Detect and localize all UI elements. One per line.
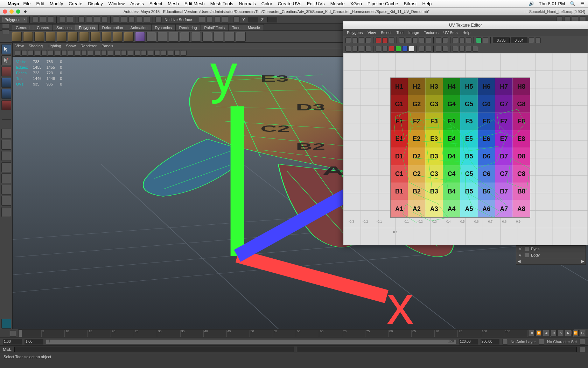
panel-menu-panels[interactable]: Panels [102,44,113,48]
poly-plane-icon[interactable] [57,32,66,42]
undo-icon[interactable] [59,16,65,23]
snap-plane-icon[interactable] [136,16,142,23]
goto-start-icon[interactable]: ⏮ [528,330,534,336]
menu-color[interactable]: Color [261,1,272,6]
panel-menu-view[interactable]: View [15,44,24,48]
uv-checker-icon[interactable] [466,38,471,43]
shelf-tab-curves[interactable]: Curves [33,24,53,30]
step-fwd-icon[interactable]: ▶ [565,330,571,336]
redo-icon[interactable] [67,16,73,23]
uv-layout-icon[interactable] [399,38,405,43]
uv-menu-textures[interactable]: Textures [424,30,439,35]
uv-nudge-d-icon[interactable] [472,46,478,52]
move-tool-icon[interactable] [1,78,11,88]
shelf-tab-deformation[interactable]: Deformation [98,24,127,30]
select-mask-icon[interactable] [86,16,92,23]
shelf-tab-animation[interactable]: Animation [127,24,152,30]
snap-curve-icon[interactable] [121,16,127,23]
menu-create[interactable]: Create [69,1,82,6]
custom-layout-icon[interactable] [1,207,11,217]
menu-pipeline-cache[interactable]: Pipeline Cache [368,1,398,6]
uv-px-snap-icon[interactable] [442,38,448,43]
spotlight-icon[interactable]: 🔍 [570,1,575,6]
ipr-icon[interactable] [214,16,220,23]
shelf-tab-muscle[interactable]: Muscle [244,24,264,30]
menu-modify[interactable]: Modify [50,1,63,6]
uv-grid-icon[interactable] [436,38,441,43]
uv-paste-icon[interactable] [535,38,541,43]
poly-sphere-icon[interactable] [12,32,22,42]
panel-menu-lighting[interactable]: Lighting [48,44,61,48]
two-pane-h-icon[interactable] [1,151,11,161]
uv-align-icon[interactable] [412,38,418,43]
uv-display-image-icon[interactable] [376,46,381,52]
select-mask3-icon[interactable] [102,16,108,23]
character-set-dropdown[interactable]: No Character Set [547,340,577,344]
shelf-layout-icon[interactable] [2,29,9,34]
menu-display[interactable]: Display [88,1,103,6]
menu-edit[interactable]: Edit [36,1,44,6]
anim-layer-icon[interactable] [539,339,544,345]
paint-tool-icon[interactable] [1,67,11,76]
z-field[interactable] [267,17,277,22]
uv-menu-tool[interactable]: Tool [397,30,404,35]
shelf-tab-painteffects[interactable]: PaintEffects [201,24,229,30]
uv-relax-icon[interactable] [426,38,431,43]
play-back-icon[interactable]: ◁ [550,330,556,336]
time-slider[interactable]: 1510152025303540455055606570758085909510… [0,329,588,338]
smooth-icon[interactable] [191,32,201,42]
boolean-icon[interactable] [202,32,212,42]
menu-window[interactable]: Window [108,1,125,6]
uv-toggle-tex-icon[interactable] [476,38,482,43]
shelf-tab-dynamics[interactable]: Dynamics [151,24,176,30]
uv-display-b-icon[interactable] [402,46,408,52]
uv-flip-u-icon[interactable] [345,38,351,43]
uv-dim-image-icon[interactable] [483,38,488,43]
menu-file[interactable]: File [23,1,31,6]
volume-icon[interactable]: 🔊 [528,1,534,6]
menu-normals[interactable]: Normals [239,1,255,6]
anim-layer-dropdown[interactable]: No Anim Layer [511,340,536,344]
two-pane-v-icon[interactable] [1,162,11,172]
separate-icon[interactable] [169,32,178,42]
poly-torus-icon[interactable] [68,32,78,42]
menu-create-uvs[interactable]: Create UVs [278,1,301,6]
uv-nudge-r-icon[interactable] [459,46,465,52]
poly-cube-icon[interactable] [23,32,33,42]
scale-tool-icon[interactable] [1,100,11,110]
transform-field-icon[interactable] [233,16,240,23]
panel-menu-show[interactable]: Show [66,44,76,48]
single-pane-icon[interactable] [1,129,11,138]
uv-menu-select[interactable]: Select [381,30,392,35]
step-back-key-icon[interactable]: ⏪ [536,330,542,336]
layer-row-eyes[interactable]: V Eyes [516,246,586,252]
minimize-icon[interactable] [9,9,14,14]
uv-rotate-cw-icon[interactable] [365,38,371,43]
uv-flip-v-icon[interactable] [352,38,358,43]
mode-dropdown[interactable]: Polygons [2,17,27,22]
layer-scroll-left-icon[interactable]: ◀ [518,259,520,264]
maya-home-icon[interactable] [1,319,11,329]
step-fwd-key-icon[interactable]: ⏩ [572,330,579,336]
command-input[interactable] [14,347,294,352]
construction-hist-icon[interactable] [199,16,205,23]
panel-menu-renderer[interactable]: Renderer [80,44,97,48]
uv-nudge-u-icon[interactable] [466,46,471,52]
save-scene-icon[interactable] [48,16,54,23]
menu-edit-mesh[interactable]: Edit Mesh [184,1,205,6]
menu-edit-uvs[interactable]: Edit UVs [307,1,325,6]
poly-platonic-icon[interactable] [135,32,145,42]
menu-bifrost[interactable]: Bifrost [404,1,417,6]
poly-pyramid-icon[interactable] [90,32,100,42]
uv-smudge-icon[interactable] [359,46,364,52]
menu-mesh[interactable]: Mesh [168,1,179,6]
uv-u-field[interactable]: 0.785 [493,38,510,43]
combine-icon[interactable] [158,32,167,42]
shelf-tab-rendering[interactable]: Rendering [175,24,201,30]
uv-lattice-icon[interactable] [352,46,358,52]
uv-menu-image[interactable]: Image [408,30,419,35]
menu-help[interactable]: Help [422,1,432,6]
anim-start-field[interactable]: 1.00 [3,339,22,345]
hypershade-layout-icon[interactable] [1,196,11,206]
uv-menu-view[interactable]: View [368,30,376,35]
